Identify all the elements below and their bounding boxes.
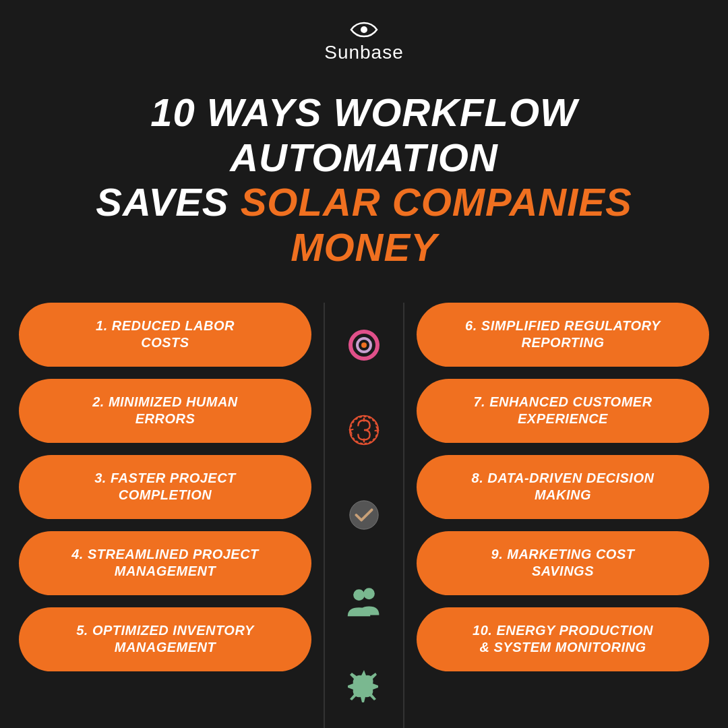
gear-icon-container [346,662,382,709]
people-icon [345,583,383,618]
item-6: 6. SIMPLIFIED REGULATORYREPORTING [417,303,709,367]
svg-point-7 [350,501,378,529]
ring-icon-container [346,322,382,369]
check-icon [346,497,382,533]
dollar-icon [346,413,382,448]
logo-text: Sunbase [324,42,404,63]
svg-point-3 [361,342,367,348]
item-3-label: 3. FASTER PROJECTCOMPLETION [94,470,236,504]
right-column: 6. SIMPLIFIED REGULATORYREPORTING 7. ENH… [404,303,709,728]
item-10: 10. ENERGY PRODUCTION& SYSTEM MONITORING [417,607,709,671]
headline-line1: 10 WAYS WORKFLOW AUTOMATION [150,90,578,179]
item-4-label: 4. STREAMLINED PROJECTMANAGEMENT [71,546,259,580]
dollar-icon-container [346,406,382,454]
svg-point-8 [363,588,375,599]
gear-icon [346,667,382,704]
left-column: 1. REDUCED LABORCOSTS 2. MINIMIZED HUMAN… [19,303,324,728]
item-5-label: 5. OPTIMIZED INVENTORYMANAGEMENT [76,622,254,656]
logo-icon [346,22,382,42]
svg-point-9 [353,589,365,601]
svg-point-0 [361,26,367,33]
item-10-label: 10. ENERGY PRODUCTION& SYSTEM MONITORING [473,622,653,656]
content-area: 1. REDUCED LABORCOSTS 2. MINIMIZED HUMAN… [0,303,728,728]
center-column [324,303,404,728]
item-7-label: 7. ENHANCED CUSTOMEREXPERIENCE [473,394,652,427]
item-7: 7. ENHANCED CUSTOMEREXPERIENCE [417,379,709,443]
item-2: 2. MINIMIZED HUMANERRORS [19,379,311,443]
item-4: 4. STREAMLINED PROJECTMANAGEMENT [19,531,311,595]
headline-line2-orange: SOLAR COMPANIES MONEY [241,180,632,269]
item-1: 1. REDUCED LABORCOSTS [19,303,311,367]
item-2-label: 2. MINIMIZED HUMANERRORS [92,394,238,427]
ring-icon [346,327,382,363]
check-icon-container [346,491,382,539]
item-9-label: 9. MARKETING COSTSAVINGS [491,546,635,580]
item-6-label: 6. SIMPLIFIED REGULATORYREPORTING [465,317,661,351]
item-5: 5. OPTIMIZED INVENTORYMANAGEMENT [19,607,311,671]
item-8: 8. DATA-DRIVEN DECISIONMAKING [417,455,709,519]
item-8-label: 8. DATA-DRIVEN DECISIONMAKING [472,470,655,504]
item-1-label: 1. REDUCED LABORCOSTS [96,317,235,351]
item-3: 3. FASTER PROJECTCOMPLETION [19,455,311,519]
item-9: 9. MARKETING COSTSAVINGS [417,531,709,595]
logo-area: Sunbase [324,22,404,63]
headline: 10 WAYS WORKFLOW AUTOMATION SAVES SOLAR … [0,90,728,270]
people-icon-container [345,577,383,624]
headline-line2-white: SAVES [96,180,240,224]
